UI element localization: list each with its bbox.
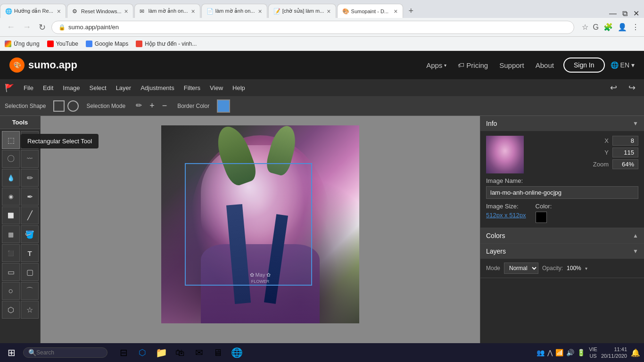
extensions-icon[interactable]: 🧩	[603, 23, 613, 32]
tool-arc[interactable]: ⌒	[21, 282, 39, 300]
tool-ellipse[interactable]: ○	[2, 282, 20, 300]
tool-fill[interactable]: ▦	[2, 225, 20, 243]
forward-button[interactable]: →	[21, 20, 33, 34]
taskbar-store[interactable]: 🛍	[172, 344, 189, 361]
reload-button[interactable]: ↻	[37, 20, 48, 34]
menu-image[interactable]: Image	[58, 82, 84, 94]
tab-3-close[interactable]: ×	[191, 8, 195, 15]
taskbar-mail[interactable]: ✉	[190, 344, 207, 361]
opacity-dropdown-arrow[interactable]: ▾	[585, 266, 587, 271]
tab-6-close[interactable]: ×	[394, 8, 397, 15]
taskbar-task-view[interactable]: ⊟	[115, 344, 132, 361]
tool-rounded-rect[interactable]: ▢	[21, 263, 39, 281]
bookmark-youtube[interactable]: YouTube	[47, 41, 78, 47]
tab-4[interactable]: 📄 làm mờ ảnh on... ×	[201, 4, 267, 18]
menu-view[interactable]: View	[205, 82, 228, 94]
tab-1[interactable]: 🌐 Hướng dẫn Re... ×	[0, 4, 66, 18]
redo-button[interactable]: ↪	[625, 81, 639, 95]
mode-draw-button[interactable]: ✏	[133, 100, 145, 112]
tab-2-close[interactable]: ×	[124, 8, 128, 15]
image-size-value[interactable]: 512px x 512px	[486, 212, 526, 219]
system-clock[interactable]: 11:41 20/11/2020	[601, 346, 627, 360]
image-name-input[interactable]	[486, 186, 638, 199]
tool-rect-shape[interactable]: ▭	[2, 263, 20, 281]
tab-5-close[interactable]: ×	[327, 8, 330, 15]
search-input[interactable]	[36, 349, 102, 356]
tool-free-lasso[interactable]: 〰	[21, 150, 39, 168]
tab-3-favicon: ✉	[140, 8, 146, 15]
tab-1-close[interactable]: ×	[57, 8, 61, 15]
color-swatch[interactable]	[536, 212, 547, 223]
minimize-button[interactable]: —	[609, 9, 617, 18]
people-icon[interactable]: 👥	[537, 349, 545, 356]
menu-icon[interactable]: ⋮	[632, 23, 639, 32]
address-input[interactable]: 🔒 sumo.app/paint/en	[51, 21, 574, 34]
nav-support[interactable]: Support	[499, 61, 524, 69]
new-tab-button[interactable]: +	[404, 4, 419, 18]
tool-move[interactable]: ↖	[21, 131, 39, 149]
taskbar-file-explorer[interactable]: 📁	[153, 344, 170, 361]
search-box[interactable]: 🔍	[23, 347, 107, 358]
translate-icon[interactable]: G	[593, 23, 599, 32]
mode-select[interactable]: Normal	[504, 263, 538, 274]
tool-lasso[interactable]: 〇	[2, 150, 20, 168]
tool-polygon[interactable]: ⬡	[2, 301, 20, 319]
nav-about[interactable]: About	[536, 61, 554, 69]
star-icon[interactable]: ☆	[582, 23, 588, 32]
taskbar-unknown[interactable]: 🖥	[209, 344, 226, 361]
volume-icon[interactable]: 🔊	[566, 349, 574, 356]
mode-add-button[interactable]: +	[147, 100, 157, 112]
menu-help[interactable]: Help	[228, 82, 250, 94]
tool-rect-select[interactable]: ⬚	[2, 131, 20, 149]
profile-icon[interactable]: 👤	[618, 23, 627, 32]
language-selector[interactable]: 🌐 EN ▾	[611, 61, 635, 69]
menu-filters[interactable]: Filters	[179, 82, 205, 94]
taskbar-chrome[interactable]: 🌐	[228, 344, 245, 361]
back-button[interactable]: ←	[5, 20, 17, 34]
tool-paint-bucket[interactable]: 🪣	[21, 225, 39, 243]
tab-4-close[interactable]: ×	[258, 8, 262, 15]
restore-button[interactable]: ⧉	[622, 9, 627, 18]
circle-shape-button[interactable]	[67, 100, 79, 112]
menu-file[interactable]: File	[19, 82, 38, 94]
tab-3[interactable]: ✉ làm mờ ảnh on... ×	[134, 4, 200, 18]
menu-select[interactable]: Select	[85, 82, 111, 94]
undo-button[interactable]: ↩	[606, 81, 621, 95]
battery-icon[interactable]: 🔋	[577, 349, 585, 356]
tool-stamp[interactable]: ◉	[2, 188, 20, 206]
tool-gradient[interactable]: ⬛	[2, 244, 20, 262]
tool-eraser[interactable]: ⬜	[2, 206, 20, 224]
system-tray-expand[interactable]: ⋀	[547, 349, 553, 356]
menu-edit[interactable]: Edit	[38, 82, 58, 94]
tool-eyedropper[interactable]: 💧	[2, 169, 20, 187]
network-icon[interactable]: 📶	[555, 349, 563, 356]
mode-subtract-button[interactable]: −	[159, 100, 170, 112]
tool-line[interactable]: ╱	[21, 206, 39, 224]
notification-button[interactable]: 🔔	[631, 348, 640, 357]
tool-star[interactable]: ☆	[21, 301, 39, 319]
sign-in-button[interactable]: Sign In	[563, 58, 605, 73]
close-button[interactable]: ✕	[633, 9, 639, 18]
tab-2[interactable]: ⚙ Reset Windows... ×	[67, 4, 133, 18]
tool-pen[interactable]: ✒	[21, 188, 39, 206]
info-panel-header[interactable]: Info ▼	[480, 116, 644, 131]
tool-text[interactable]: T	[21, 244, 39, 262]
tab-6[interactable]: 🎨 Sumopaint - D... ×	[337, 4, 403, 18]
menu-adjustments[interactable]: Adjustments	[136, 82, 179, 94]
border-color-swatch[interactable]	[217, 99, 230, 113]
taskbar-edge[interactable]: ⬡	[134, 344, 151, 361]
bookmark-apps[interactable]: Ứng dụng	[5, 41, 40, 47]
bookmark-maps[interactable]: Google Maps	[86, 41, 128, 47]
tab-5[interactable]: 📝 [chờ sửa] làm m... ×	[268, 4, 336, 18]
layers-panel-header[interactable]: Layers ▼	[480, 244, 644, 259]
canvas-image[interactable]: ✿ May ✿FLOWER	[161, 125, 359, 323]
nav-apps[interactable]: Apps ▾	[426, 61, 446, 69]
colors-panel-header[interactable]: Colors ▲	[480, 228, 644, 243]
start-button[interactable]: ⊞	[4, 345, 19, 360]
menu-layer[interactable]: Layer	[111, 82, 136, 94]
tool-pencil[interactable]: ✏	[21, 169, 39, 187]
bookmark-gmail[interactable]: Hộp thư đến - vinh...	[136, 41, 197, 47]
rect-shape-button[interactable]	[53, 100, 65, 112]
language-indicator[interactable]: VIEUS	[589, 346, 597, 360]
nav-pricing[interactable]: Pricing	[458, 61, 488, 69]
